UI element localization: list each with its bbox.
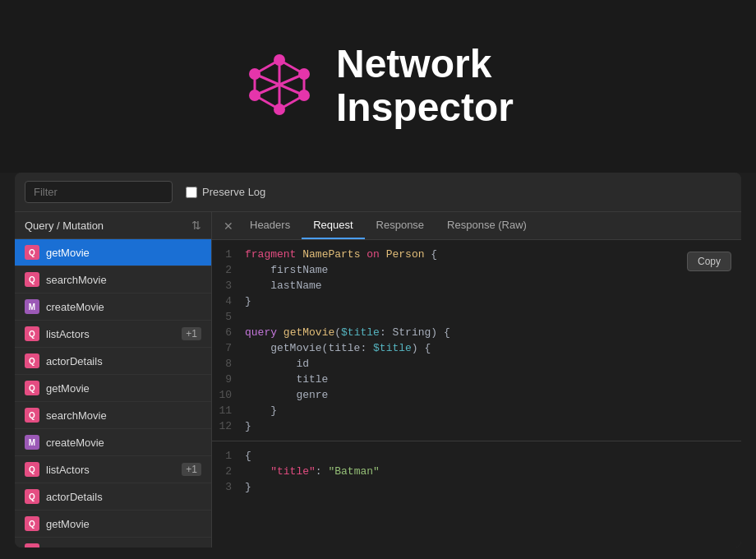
item-name-label: actorDetails: [46, 491, 201, 503]
item-name-label: listActors: [46, 328, 175, 340]
app-logo: [242, 48, 316, 125]
line-content: }: [245, 404, 741, 417]
list-item[interactable]: QlistActors+1: [15, 456, 211, 483]
item-type-badge: Q: [25, 543, 39, 547]
token: (: [334, 326, 341, 339]
filter-input[interactable]: [25, 181, 173, 203]
tab-request[interactable]: Request: [302, 212, 364, 239]
token: Person: [386, 248, 425, 261]
code-line: 4}: [212, 293, 741, 309]
list-item[interactable]: QsearchMovie: [15, 402, 211, 429]
copy-button[interactable]: Copy: [687, 252, 731, 271]
sidebar-header: Query / Mutation ⇅: [15, 212, 211, 239]
item-type-badge: M: [25, 299, 39, 314]
item-type-badge: Q: [25, 245, 39, 260]
token: id: [245, 358, 309, 370]
line-content: }: [245, 295, 741, 307]
sidebar-sort-icon[interactable]: ⇅: [191, 219, 201, 232]
code-line: 7 getMovie(title: $title) {: [212, 340, 741, 356]
item-type-badge: Q: [25, 489, 39, 504]
request-section: Copy 1fragment NameParts on Person {2 fi…: [212, 247, 741, 437]
line-content: genre: [245, 389, 741, 401]
svg-line-6: [279, 60, 304, 74]
token: getMovie: [284, 326, 334, 339]
token: fragment: [245, 248, 296, 261]
line-content: fragment NameParts on Person {: [245, 248, 741, 261]
request-code-block: 1fragment NameParts on Person {2 firstNa…: [212, 247, 741, 434]
app-header: Network Inspector: [0, 0, 756, 173]
preserve-log-label[interactable]: Preserve Log: [186, 186, 265, 198]
tab-headers[interactable]: Headers: [238, 212, 302, 239]
code-line: 5: [212, 309, 741, 325]
token: on: [366, 248, 380, 261]
token: [380, 248, 386, 261]
code-line: 1{: [212, 448, 741, 464]
preserve-log-checkbox[interactable]: [186, 187, 197, 198]
line-content: id: [245, 358, 741, 370]
list-item[interactable]: QactorDetails: [15, 348, 211, 375]
list-item[interactable]: McreateMovie: [15, 293, 211, 321]
token: {: [425, 248, 438, 261]
line-number: 5: [212, 311, 245, 323]
line-number: 10: [212, 389, 245, 401]
token: }: [245, 481, 251, 493]
item-name-label: actorDetails: [46, 355, 201, 367]
line-number: 4: [212, 295, 245, 307]
line-content: firstName: [245, 264, 741, 276]
tab-response-raw[interactable]: Response (Raw): [436, 212, 538, 239]
list-item[interactable]: QlistActors+1: [15, 321, 211, 348]
content-area: Query / Mutation ⇅ QgetMovieQsearchMovie…: [15, 212, 741, 547]
item-name-label: createMovie: [46, 437, 201, 449]
line-content: query getMovie($title: String) {: [245, 326, 741, 339]
token: firstName: [245, 264, 328, 276]
line-number: 3: [212, 481, 245, 493]
item-type-badge: Q: [25, 353, 39, 368]
item-name-label: getMovie: [46, 247, 201, 259]
line-content: title: [245, 373, 741, 386]
token: [245, 465, 270, 478]
line-content: {: [245, 450, 741, 462]
list-item[interactable]: QsearchMovie: [15, 266, 211, 293]
list-item[interactable]: QactorDetails: [15, 483, 211, 510]
token: [277, 326, 284, 339]
line-number: 11: [212, 404, 245, 417]
line-content: }: [245, 420, 741, 432]
close-button[interactable]: ✕: [219, 213, 238, 239]
list-item[interactable]: QgetMovie: [15, 375, 211, 402]
token: "title": [270, 465, 316, 478]
line-content: "title": "Batman": [245, 465, 741, 478]
token: $title: [373, 342, 412, 354]
code-line: 3}: [212, 479, 741, 495]
line-number: 2: [212, 264, 245, 276]
item-type-badge: Q: [25, 381, 39, 395]
code-line: 2 "title": "Batman": [212, 464, 741, 479]
token: ) {: [412, 342, 431, 354]
list-item[interactable]: QgetMovie: [15, 510, 211, 538]
tab-response[interactable]: Response: [365, 212, 436, 239]
line-content: getMovie(title: $title) {: [245, 342, 741, 354]
code-line: 6query getMovie($title: String) {: [212, 325, 741, 340]
code-line: 1fragment NameParts on Person {: [212, 247, 741, 262]
token: genre: [245, 389, 328, 401]
line-number: 9: [212, 373, 245, 386]
item-count-badge: +1: [182, 463, 201, 476]
item-name-label: getMovie: [46, 518, 201, 530]
list-item[interactable]: QgetMovie: [15, 239, 211, 266]
line-content: lastName: [245, 280, 741, 292]
tabs-bar: ✕ Headers Request Response Response (Raw…: [212, 212, 741, 240]
item-name-label: createMovie: [46, 301, 201, 313]
app-title-line2: Inspector: [336, 86, 514, 130]
code-area: Copy 1fragment NameParts on Person {2 fi…: [212, 240, 741, 547]
token: {: [245, 450, 251, 462]
sidebar-list: QgetMovieQsearchMovieMcreateMovieQlistAc…: [15, 239, 211, 547]
filter-bar: Preserve Log: [15, 173, 741, 212]
code-line: 8 id: [212, 356, 741, 372]
item-name-label: getMovie: [46, 382, 201, 395]
preserve-log-text: Preserve Log: [202, 186, 265, 198]
line-number: 7: [212, 342, 245, 354]
list-item[interactable]: QsearchMovie: [15, 538, 211, 547]
response-code-block: 1{2 "title": "Batman"3}: [212, 448, 741, 495]
svg-line-9: [255, 95, 279, 109]
code-line: 10 genre: [212, 387, 741, 403]
list-item[interactable]: McreateMovie: [15, 429, 211, 456]
